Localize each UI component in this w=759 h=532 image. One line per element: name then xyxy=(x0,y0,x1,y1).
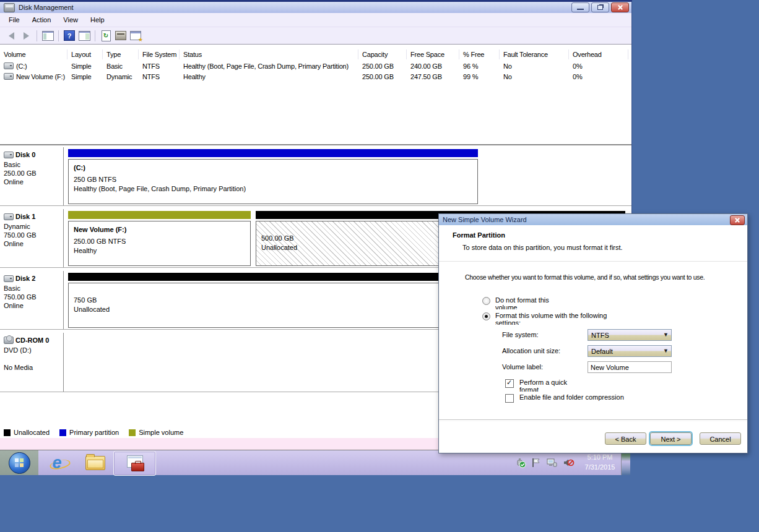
volume-muted-icon[interactable] xyxy=(563,457,575,468)
cell-layout: Simple xyxy=(67,73,103,80)
legend-unallocated: Unallocated xyxy=(4,429,50,436)
back-icon[interactable] xyxy=(4,29,19,43)
simple-volume-bar xyxy=(68,211,251,219)
disk-size: 750.00 GB xyxy=(4,231,63,239)
cell-free-space: 247.50 GB xyxy=(407,73,459,80)
primary-partition-swatch xyxy=(59,429,66,436)
toolbar-separator xyxy=(37,30,37,41)
cdrom-label-panel[interactable]: CD-ROM 0 DVD (D:) No Media xyxy=(1,333,64,392)
usb-device-icon[interactable] xyxy=(515,457,526,468)
allocation-unit-size-select[interactable]: Default xyxy=(588,345,672,357)
column-header[interactable]: Status xyxy=(180,49,358,59)
disk-type: Basic xyxy=(4,161,63,168)
show-console-tree-icon[interactable] xyxy=(40,29,55,43)
cell-capacity: 250.00 GB xyxy=(358,73,407,80)
taskbar-clock[interactable]: 5:10 PM 7/31/2015 xyxy=(579,452,620,472)
wizard-close-icon[interactable] xyxy=(730,215,745,225)
disk0-label-panel[interactable]: Disk 0 Basic 250.00 GB Online xyxy=(1,147,64,205)
selected-value: NTFS xyxy=(591,332,609,339)
menu-view[interactable]: View xyxy=(57,14,84,25)
show-desktop-button[interactable] xyxy=(621,450,630,475)
disk-name: Disk 0 xyxy=(15,151,35,158)
radio-button-icon[interactable] xyxy=(482,297,490,305)
cell-pct-free: 99 % xyxy=(459,73,500,80)
button-area-divider xyxy=(439,419,747,422)
forward-icon[interactable] xyxy=(19,29,33,43)
cell-status: Healthy xyxy=(180,73,358,80)
windows-explorer-icon[interactable] xyxy=(85,453,105,472)
action-center-flag-icon[interactable] xyxy=(531,457,541,468)
radio-format-volume[interactable]: Format this volume with the following se… xyxy=(482,312,644,325)
cdrom-icon xyxy=(4,337,14,344)
internet-explorer-icon[interactable]: e xyxy=(47,453,67,472)
column-header[interactable]: Type xyxy=(103,49,139,59)
legend-label: Unallocated xyxy=(14,429,50,436)
cell-fault-tolerance: No xyxy=(500,73,569,80)
column-header[interactable]: % Free xyxy=(459,49,500,59)
column-header[interactable]: Layout xyxy=(67,49,103,59)
disk2-label-panel[interactable]: Disk 2 Basic 750.00 GB Online xyxy=(1,271,64,329)
menu-help[interactable]: Help xyxy=(84,14,111,25)
pane-separator[interactable] xyxy=(0,144,631,145)
restore-button[interactable] xyxy=(591,2,609,12)
cdrom-name: CD-ROM 0 xyxy=(15,337,49,344)
partition-title: New Volume (F:) xyxy=(74,226,245,233)
wizard-title-bar[interactable]: New Simple Volume Wizard xyxy=(439,214,747,225)
help-icon[interactable]: ? xyxy=(62,29,77,43)
show-action-pane-icon[interactable] xyxy=(77,29,92,43)
column-header[interactable]: Capacity xyxy=(358,49,407,59)
next-button[interactable]: Next > xyxy=(650,432,692,445)
table-row[interactable]: (C:) Simple Basic NTFS Healthy (Boot, Pa… xyxy=(0,61,631,71)
radio-do-not-format[interactable]: Do not format this volume xyxy=(482,296,644,309)
column-header[interactable]: Fault Tolerance xyxy=(500,49,569,59)
back-button[interactable]: < Back xyxy=(605,432,646,445)
windows-start-icon xyxy=(9,452,30,474)
close-button[interactable] xyxy=(611,2,629,12)
computer-management-taskbar-button[interactable] xyxy=(113,451,156,476)
table-row[interactable]: New Volume (F:) Simple Dynamic NTFS Heal… xyxy=(0,71,631,82)
cell-volume: (C:) xyxy=(16,62,27,70)
radio-label: Format this volume with the following xyxy=(495,312,644,319)
cancel-button[interactable]: Cancel xyxy=(700,432,741,445)
properties-icon[interactable] xyxy=(113,29,128,43)
network-icon[interactable] xyxy=(546,457,558,468)
radio-button-icon[interactable] xyxy=(482,312,490,320)
volume-label-input[interactable] xyxy=(588,361,672,373)
refresh-icon[interactable]: ↻ xyxy=(98,29,113,43)
checkbox-icon[interactable] xyxy=(505,394,514,403)
column-header[interactable]: Overhead xyxy=(569,49,628,59)
disk1-label-panel[interactable]: Disk 1 Dynamic 750.00 GB Online xyxy=(1,209,64,267)
toolbar: ? ↻ xyxy=(0,27,631,45)
minimize-button[interactable] xyxy=(571,2,589,12)
cell-fault-tolerance: No xyxy=(500,62,569,70)
manage-computer-icon[interactable] xyxy=(128,29,143,43)
volume-icon xyxy=(4,73,14,80)
disk-size: 250.00 GB xyxy=(4,169,63,177)
checkbox-label: format xyxy=(519,386,668,392)
menu-action[interactable]: Action xyxy=(26,14,58,25)
column-header[interactable]: Free Space xyxy=(407,49,459,59)
cell-type: Basic xyxy=(103,62,139,70)
new-simple-volume-wizard-dialog: New Simple Volume Wizard Format Partitio… xyxy=(438,213,748,453)
file-system-select[interactable]: NTFS xyxy=(588,329,672,341)
compression-checkbox-row[interactable]: Enable file and folder compression xyxy=(505,393,624,403)
primary-partition-bar xyxy=(68,149,478,157)
menu-file[interactable]: File xyxy=(2,14,26,25)
start-button[interactable] xyxy=(0,450,38,475)
title-bar[interactable]: Disk Management xyxy=(0,2,631,13)
disk-type: Basic xyxy=(4,285,63,292)
checkbox-icon[interactable] xyxy=(505,379,514,388)
quick-format-checkbox-row[interactable]: Perform a quick format xyxy=(505,379,668,392)
legend-label: Simple volume xyxy=(139,429,183,436)
disk-name: Disk 1 xyxy=(15,213,35,220)
column-header[interactable]: Volume xyxy=(0,49,67,59)
column-header[interactable]: File System xyxy=(139,49,180,59)
clock-time: 5:10 PM xyxy=(579,452,620,462)
cell-capacity: 250.00 GB xyxy=(358,62,407,70)
partition-f[interactable]: New Volume (F:) 250.00 GB NTFS Healthy xyxy=(68,211,251,266)
toolbar-separator xyxy=(58,30,59,41)
window-controls xyxy=(571,2,629,12)
volume-list-header: Volume Layout Type File System Status Ca… xyxy=(0,48,631,61)
partition-c[interactable]: (C:) 250 GB NTFS Healthy (Boot, Page Fil… xyxy=(68,149,478,204)
partition-status: Healthy (Boot, Page File, Crash Dump, Pr… xyxy=(74,185,472,192)
